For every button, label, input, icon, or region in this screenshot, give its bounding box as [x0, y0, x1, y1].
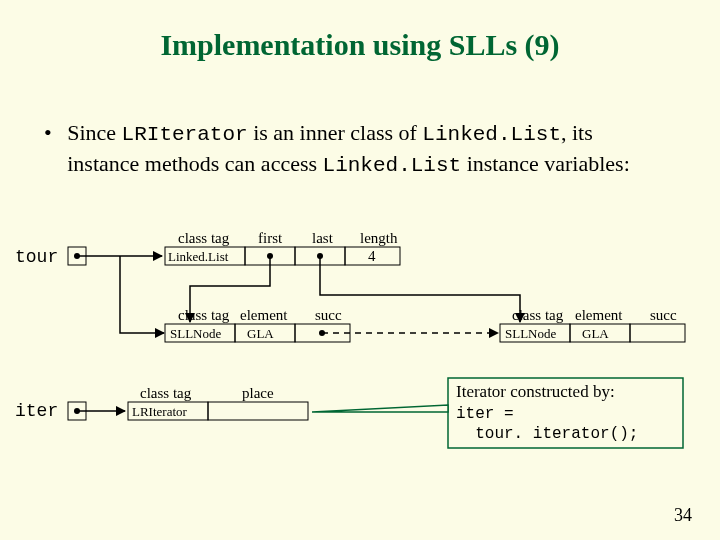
hdr-classtag-iter: class tag	[140, 385, 192, 401]
page-number: 34	[674, 505, 692, 526]
val-lriterator: LRIterator	[132, 404, 188, 419]
hdr-classtag-n2: class tag	[512, 307, 564, 323]
hdr-classtag-n1: class tag	[178, 307, 230, 323]
hdr-place: place	[242, 385, 274, 401]
hdr-classtag-ll: class tag	[178, 230, 230, 246]
val-sllnode-2: SLLNode	[505, 326, 557, 341]
hdr-succ-n2: succ	[650, 307, 677, 323]
callout-l3: tour. iterator();	[456, 425, 638, 443]
val-length: 4	[368, 248, 376, 264]
hdr-first: first	[258, 230, 283, 246]
callout-l1: Iterator constructed by:	[456, 382, 615, 401]
hdr-element-n2: element	[575, 307, 623, 323]
hdr-length: length	[360, 230, 398, 246]
svg-rect-21	[208, 402, 308, 420]
hdr-succ-n1: succ	[315, 307, 342, 323]
val-gla-1: GLA	[247, 326, 274, 341]
val-linkedlist: Linked.List	[168, 249, 229, 264]
hdr-last: last	[312, 230, 334, 246]
hdr-element-n1: element	[240, 307, 288, 323]
val-sllnode-1: SLLNode	[170, 326, 222, 341]
diagram-svg: tour class tag first last length Linked.…	[0, 0, 720, 540]
callout-l2: iter =	[456, 405, 514, 423]
var-tour-label: tour	[15, 247, 58, 267]
svg-rect-16	[630, 324, 685, 342]
var-iter-label: iter	[15, 401, 58, 421]
val-gla-2: GLA	[582, 326, 609, 341]
